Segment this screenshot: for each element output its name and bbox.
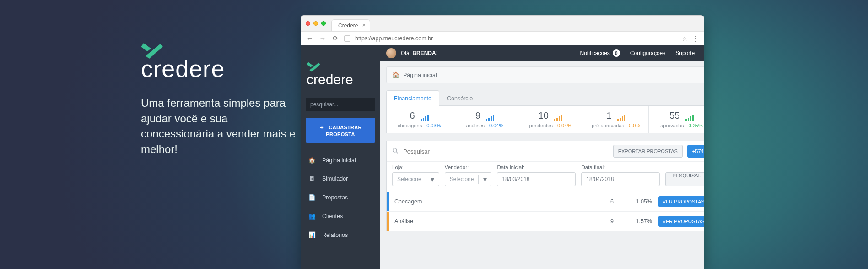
sidebar-logo: credere: [301, 45, 380, 92]
support-link[interactable]: Suporte: [675, 50, 695, 56]
filter-label-vendedor: Vendedor:: [445, 165, 492, 170]
panel-search-input[interactable]: [403, 148, 609, 155]
logo-mark-icon: [307, 62, 374, 72]
stat-label: checagens: [398, 123, 422, 128]
bars-icon: [685, 114, 694, 121]
app-viewport: credere ＋CADASTRAR PROPOSTA 🏠Página inic…: [301, 45, 704, 269]
sidebar-item-home[interactable]: 🏠Página inicial: [301, 151, 380, 170]
stats-row: 6 checagens0.03% 9 análises0.04% 10 pend…: [386, 106, 704, 133]
greeting-prefix: Olá,: [401, 50, 412, 56]
stat-pct: 0.04%: [557, 123, 571, 128]
calculator-icon: 🖩: [308, 176, 316, 182]
sidebar-item-reports[interactable]: 📊Relatórios: [301, 225, 380, 244]
filter-label-data-ini: Data inicial:: [497, 165, 576, 170]
stat-checagens[interactable]: 6 checagens0.03%: [387, 106, 452, 133]
stat-preaprov[interactable]: 1 pré-aprovadas0.0%: [583, 106, 649, 133]
browser-tabstrip: Credere ×: [301, 16, 704, 31]
close-window-icon[interactable]: [306, 21, 310, 26]
tab-financiamento[interactable]: Financiamento: [386, 90, 439, 106]
settings-link[interactable]: Configurações: [630, 50, 665, 56]
notifications-label: Notificações: [580, 50, 609, 56]
stat-pct: 0.25%: [689, 123, 703, 128]
bars-icon: [486, 114, 494, 121]
search-icon: [392, 148, 399, 155]
filters: Loja: Selecione▾ Vendedor: Selecione▾ Da…: [387, 161, 704, 192]
maximize-window-icon[interactable]: [321, 21, 326, 26]
stat-analises[interactable]: 9 análises0.04%: [452, 106, 518, 133]
loja-select[interactable]: Selecione▾: [392, 172, 439, 186]
new-proposal-button[interactable]: ＋CADASTRAR PROPOSTA: [306, 118, 375, 143]
view-proposals-button[interactable]: VER PROPOSTAS: [658, 216, 704, 227]
export-button[interactable]: EXPORTAR PROPOSTAS: [613, 145, 683, 158]
stat-label: pré-aprovadas: [592, 123, 624, 128]
url-text[interactable]: https://app.meucredere.com.br: [355, 35, 677, 42]
stat-pct: 0.03%: [426, 123, 441, 128]
table-row: Checagem 6 1.05% VER PROPOSTAS: [387, 192, 704, 211]
svg-line-3: [396, 151, 398, 153]
sidebar-brand-word: credere: [307, 72, 374, 88]
avatar[interactable]: [386, 48, 396, 58]
page-icon: [344, 35, 350, 42]
vendedor-select[interactable]: Selecione▾: [445, 172, 492, 186]
content: 🏠 Página inicial Financiamento Consórcio…: [380, 61, 704, 231]
sidebar-item-simulator[interactable]: 🖩Simulador: [301, 170, 380, 188]
row-pct: 1.57%: [620, 218, 652, 225]
brand-word: credere: [141, 55, 297, 82]
tabs: Financiamento Consórcio: [386, 90, 704, 106]
row-accent: [387, 192, 389, 211]
chevron-down-icon: ▾: [426, 175, 439, 184]
users-icon: 👥: [308, 213, 316, 220]
file-icon: 📄: [308, 194, 316, 201]
stat-value: 1: [607, 110, 612, 121]
stat-aprovadas[interactable]: 55 aprovadas0.25%: [649, 106, 704, 133]
row-accent: [387, 212, 389, 231]
tab-title: Credere: [338, 22, 358, 29]
notifications-badge: 0: [613, 49, 620, 57]
tab-consorcio[interactable]: Consórcio: [439, 90, 480, 106]
chart-icon: 📊: [308, 231, 316, 238]
browser-menu-icon[interactable]: ⋮: [692, 34, 699, 43]
sidebar-item-clients[interactable]: 👥Clientes: [301, 207, 380, 225]
home-icon: 🏠: [392, 71, 399, 78]
select-placeholder: Selecione: [393, 176, 426, 182]
sidebar-search[interactable]: [306, 98, 375, 111]
stat-label: análises: [466, 123, 485, 128]
promo-logo: credere: [141, 35, 297, 82]
reload-icon[interactable]: ⟳: [331, 34, 340, 43]
promo-copy: Uma ferramenta simples para ajudar você …: [141, 95, 297, 157]
forward-icon: →: [318, 34, 327, 42]
view-proposals-button[interactable]: VER PROPOSTAS: [658, 196, 704, 207]
stat-pendentes[interactable]: 10 pendentes0.04%: [518, 106, 583, 133]
stat-value: 6: [410, 110, 415, 121]
date-end-input[interactable]: [581, 172, 660, 186]
filter-label-loja: Loja:: [392, 165, 439, 170]
main-area: Olá, BRENDA! Notificações0 Configurações…: [380, 45, 704, 269]
sidebar: credere ＋CADASTRAR PROPOSTA 🏠Página inic…: [301, 45, 380, 269]
row-count: 9: [591, 218, 614, 225]
select-placeholder: Selecione: [445, 176, 479, 182]
notifications-link[interactable]: Notificações0: [580, 49, 620, 57]
bookmark-icon[interactable]: ☆: [682, 34, 688, 43]
browser-tab[interactable]: Credere ×: [331, 19, 370, 31]
panel-head: EXPORTAR PROPOSTAS +574: [387, 141, 704, 161]
topbar: Olá, BRENDA! Notificações0 Configurações…: [380, 45, 704, 61]
window-controls[interactable]: [306, 16, 326, 31]
close-tab-icon[interactable]: ×: [361, 22, 367, 28]
minimize-window-icon[interactable]: [313, 21, 318, 26]
proposals-panel: EXPORTAR PROPOSTAS +574 Loja: Selecione▾…: [386, 141, 704, 231]
row-name: Análise: [394, 218, 591, 225]
stat-pct: 0.04%: [489, 123, 503, 128]
breadcrumb-title: Página inicial: [403, 72, 437, 78]
date-start-input[interactable]: [497, 172, 576, 186]
sidebar-search-input[interactable]: [306, 98, 383, 111]
back-icon[interactable]: ←: [306, 34, 314, 42]
stat-label: aprovadas: [660, 123, 684, 128]
search-button[interactable]: PESQUISAR: [665, 172, 704, 186]
stat-value: 55: [669, 110, 679, 121]
row-count: 6: [591, 198, 614, 205]
sidebar-item-proposals[interactable]: 📄Propostas: [301, 188, 380, 207]
table-row: Análise 9 1.57% VER PROPOSTAS: [387, 211, 704, 231]
sidebar-item-label: Página inicial: [322, 157, 356, 164]
count-button[interactable]: +574: [687, 145, 704, 158]
breadcrumb: 🏠 Página inicial: [386, 66, 704, 83]
